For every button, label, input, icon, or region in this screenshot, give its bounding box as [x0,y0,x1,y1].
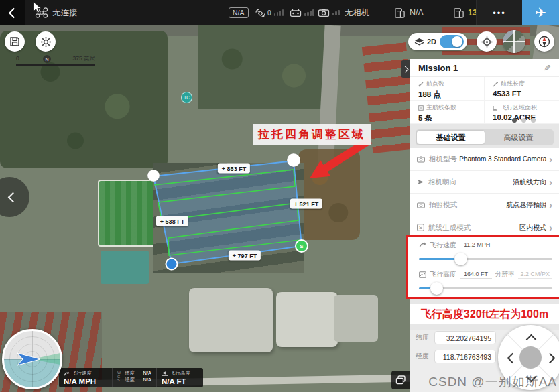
camera-status: 无相机 [318,0,370,25]
setting-value: 航点悬停拍照 [506,200,546,210]
shoot-mode-icon [417,202,425,208]
device-battery-icon [453,7,464,19]
altitude-slider-group: 飞行高度 164.0 FT 分辨率 2.2 CM/PX [419,269,552,298]
edge-length-right: + 521 FT [290,199,322,209]
layers-2d-icon [414,38,424,46]
speed-icon [64,371,70,377]
satellite-signal-bars [274,9,285,16]
altitude-icon [162,371,168,376]
rc-battery-status: N/A [394,0,424,25]
chevron-left-icon [8,192,19,203]
nudge-down-button[interactable] [526,372,537,383]
nudge-up-button[interactable] [526,334,537,345]
gps-mode-badge: N/A [229,0,249,25]
svg-text:S: S [419,224,422,231]
altitude-value: 164.0 FT [460,271,492,279]
longitude-label: 经度 [416,352,434,361]
setting-value: 沿航线方向 [513,178,546,187]
corner-handle-topleft[interactable] [147,170,160,182]
aircraft-arrow-icon [17,353,40,365]
panel-page-dots[interactable] [512,118,536,123]
speed-slider-track[interactable] [419,258,552,260]
panel-collapse-tab[interactable] [401,60,410,78]
telemetry-speed: 飞行速度 N/A MPH [59,368,112,387]
altitude-slider-track[interactable] [419,287,552,289]
edit-mission-icon[interactable]: ✎ [544,63,551,73]
camera-signal-bars [332,10,340,15]
nudge-center-button[interactable] [519,346,542,369]
altitude-label: 飞行高度 [430,270,456,279]
resolution-label: 分辨率 [495,270,514,279]
back-button[interactable] [0,0,25,25]
nudge-dpad [498,325,559,390]
top-status-bar: 无连接 N/A 0 无相机 N/A 13% ••• ✈ [0,0,559,25]
corner-handle-topright[interactable] [287,153,300,167]
save-mission-button[interactable] [5,31,25,52]
telemetry-lat-value: N/A [143,370,151,377]
setting-label: 相机型号 [429,155,457,164]
speed-slider-group: 飞行速度 11.2 MPH [419,239,552,269]
more-dots: ••• [493,8,506,18]
connection-status: 无连接 [52,7,78,19]
annotation-note-text: 飞行高度320ft左右为100m [421,308,548,322]
stat-label: 航线长度 [501,80,525,88]
gear-icon [40,36,52,48]
rc-battery-icon [394,7,406,19]
telemetry-speed-value: N/A MPH [64,377,107,385]
chevron-right-icon [401,66,408,72]
takeoff-plane-icon: ✈ [535,5,546,21]
telemetry-alt-value: N/A FT [162,377,198,385]
altitude-slider-thumb[interactable] [430,282,443,295]
satellite-status: 0 [255,0,285,25]
telemetry-alt-label: 飞行高度 [170,370,190,377]
chevron-right-icon: › [549,222,552,233]
speed-value: 11.2 MPH [460,241,494,249]
camera-status-text: 无相机 [345,7,370,19]
mission-header: Mission 1 ✎ [410,59,559,77]
locate-icon [481,36,493,48]
camera-model-icon [417,156,425,163]
stat-main-lines: 主航线条数 5 条 [410,101,485,124]
map-layers-button[interactable] [391,371,410,389]
more-menu-button[interactable]: ••• [476,0,522,25]
telemetry-speed-label: 飞行速度 [72,370,92,377]
latitude-field[interactable]: 32.202764195 [434,331,496,344]
area-ruler-icon [493,105,498,111]
stat-value: 4533 FT [493,90,559,98]
heading-arrow-icon [417,178,424,186]
stat-label: 主航线条数 [426,103,456,112]
setting-camera-model[interactable]: 相机型号 Phantom 3 Standard Camera › [410,148,559,171]
setting-camera-heading[interactable]: 相机朝向 沿航线方向 › [410,171,559,194]
nudge-left-button[interactable] [507,353,518,364]
setting-value: Phantom 3 Standard Camera [459,155,546,163]
telemetry-bar: 飞行速度 N/A MPH WGS 纬度N/A 经度N/A 飞行高度 N/A FT [59,368,203,387]
compass-reset-button[interactable] [534,31,554,52]
longitude-field[interactable]: 118.716763493 [434,350,496,363]
toggle-knob [452,36,462,47]
minimap-button[interactable] [503,30,525,53]
edge-length-bottom: + 797 FT [229,251,261,261]
satellite-icon [255,8,266,18]
nudge-right-button[interactable] [545,353,556,364]
locate-me-button[interactable] [477,31,497,52]
mode-2d-toggle[interactable] [440,35,464,48]
app-root: + 853 FT + 521 FT + 538 FT + 797 FT S 拉托… [0,0,559,392]
map-settings-button[interactable] [36,31,56,52]
resolution-value: 2.2 CM/PX [518,271,553,279]
takeoff-button[interactable]: ✈ [522,0,559,25]
tab-basic-settings[interactable]: 基础设置 [417,131,485,144]
compass-icon [538,35,551,48]
edge-length-left: + 538 FT [156,216,188,226]
telemetry-lng-value: N/A [143,377,151,383]
flight-speed-icon [419,242,426,249]
save-icon [9,36,20,47]
back-chevron-icon [9,8,19,19]
corner-handle-bottomleft[interactable] [166,259,178,270]
setting-shoot-mode[interactable]: 拍照模式 航点悬停拍照 › [410,194,559,216]
speed-slider-thumb[interactable] [454,253,467,265]
edge-length-top: + 853 FT [218,164,250,174]
speed-label: 飞行速度 [430,241,456,250]
start-marker-label: S [300,243,303,249]
setting-label: 航线生成模式 [428,223,471,233]
tab-advanced-settings[interactable]: 高级设置 [485,131,552,144]
